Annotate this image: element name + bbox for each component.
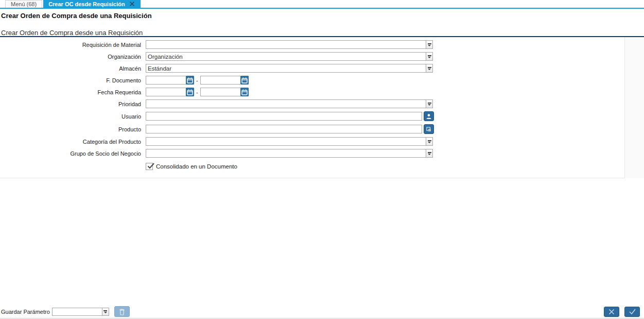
chevron-down-icon <box>428 103 431 106</box>
almacen-combobox <box>146 64 433 73</box>
form-right-strip <box>625 37 644 178</box>
chevron-down-icon <box>428 67 431 70</box>
form-row-requisicion: Requisición de Material <box>0 40 624 49</box>
tab-menu[interactable]: Menú (68) <box>5 0 42 8</box>
date-separator: - <box>196 89 198 95</box>
checkmark-icon <box>147 162 155 170</box>
fdocumento-to-datefield <box>200 76 249 85</box>
fdocumento-from-datefield <box>146 76 194 85</box>
tab-crear-oc-label: Crear OC desde Requisición <box>48 1 125 7</box>
form-row-grupo-socio: Grupo de Socio del Negocio <box>0 149 624 158</box>
fdocumento-from-calendar-button[interactable] <box>186 76 194 85</box>
fdocumento-from-input[interactable] <box>146 76 186 85</box>
field-label-fecharequerida: Fecha Requerida <box>0 89 141 95</box>
form-row-almacen: Almacén <box>0 64 624 73</box>
form-row-prioridad: Prioridad <box>0 99 624 108</box>
form-row-categoria: Categoría del Producto <box>0 137 624 146</box>
organizacion-dropdown-button[interactable] <box>426 52 433 61</box>
form-row-fecharequerida: Fecha Requerida - <box>0 88 624 96</box>
save-parameter-input[interactable] <box>52 308 102 316</box>
calendar-icon <box>241 89 248 95</box>
producto-input[interactable] <box>146 125 422 133</box>
requisicion-input[interactable] <box>146 40 426 49</box>
fecharequerida-to-calendar-button[interactable] <box>240 88 249 96</box>
categoria-dropdown-button[interactable] <box>426 137 433 146</box>
requisicion-dropdown-button[interactable] <box>426 40 433 49</box>
grupo-socio-combobox <box>146 149 433 158</box>
field-label-usuario: Usuario <box>0 113 141 120</box>
close-icon[interactable] <box>129 1 135 7</box>
save-parameter-label: Guardar Parámetro <box>1 309 50 315</box>
product-icon <box>426 126 432 132</box>
fecharequerida-from-input[interactable] <box>146 88 186 96</box>
usuario-input[interactable] <box>146 112 422 121</box>
grupo-socio-dropdown-button[interactable] <box>426 149 433 158</box>
calendar-icon <box>241 77 248 83</box>
cancel-button[interactable] <box>604 307 619 317</box>
check-icon <box>629 308 636 315</box>
field-label-requisicion: Requisición de Material <box>0 42 141 48</box>
organizacion-combobox <box>146 52 433 61</box>
tab-bar: Menú (68) Crear OC desde Requisición <box>0 0 644 9</box>
calendar-icon <box>187 77 193 83</box>
prioridad-combobox <box>146 99 433 108</box>
form-row-producto: Producto <box>0 124 624 134</box>
field-label-organizacion: Organización <box>0 54 141 60</box>
fdocumento-to-calendar-button[interactable] <box>240 76 249 85</box>
chevron-down-icon <box>103 310 107 313</box>
calendar-icon <box>187 89 193 95</box>
fecharequerida-to-datefield <box>200 88 249 96</box>
categoria-input[interactable] <box>146 137 426 146</box>
prioridad-dropdown-button[interactable] <box>426 99 433 108</box>
delete-parameter-button[interactable] <box>114 306 130 317</box>
tab-menu-label: Menú (68) <box>11 1 37 7</box>
chevron-down-icon <box>428 152 431 155</box>
x-icon <box>608 308 615 315</box>
form-row-consolidado: Consolidado en un Documento <box>0 162 624 171</box>
consolidado-checkbox[interactable] <box>146 163 153 170</box>
producto-search-button[interactable] <box>424 124 434 134</box>
save-parameter-combobox <box>52 308 109 316</box>
almacen-input[interactable] <box>146 64 426 73</box>
page-title: Crear Orden de Compra desde una Requisic… <box>0 9 644 20</box>
requisicion-combobox <box>146 40 433 49</box>
form-row-usuario: Usuario <box>0 111 624 121</box>
field-label-fdocumento: F. Documento <box>0 77 141 83</box>
user-icon <box>426 113 432 120</box>
chevron-down-icon <box>428 55 431 58</box>
field-label-grupo-socio: Grupo de Socio del Negocio <box>0 150 141 157</box>
grupo-socio-input[interactable] <box>146 149 426 158</box>
organizacion-input[interactable] <box>146 52 426 61</box>
field-label-almacen: Almacén <box>0 65 141 72</box>
usuario-search-button[interactable] <box>424 111 434 121</box>
trash-icon <box>119 308 125 315</box>
categoria-combobox <box>146 137 433 146</box>
fecharequerida-from-datefield <box>146 88 194 96</box>
field-label-producto: Producto <box>0 126 141 132</box>
consolidado-label: Consolidado en un Documento <box>156 163 237 170</box>
prioridad-input[interactable] <box>146 99 426 108</box>
date-separator: - <box>196 77 198 83</box>
form-row-organizacion: Organización <box>0 52 624 61</box>
chevron-down-icon <box>428 43 431 46</box>
fecharequerida-to-input[interactable] <box>200 88 240 96</box>
parameter-form: Requisición de Material Organización Alm… <box>0 37 625 178</box>
tab-crear-oc[interactable]: Crear OC desde Requisición <box>43 0 141 8</box>
process-title: Crear Orden de Compra desde una Requisic… <box>0 20 644 36</box>
save-parameter-dropdown-button[interactable] <box>102 308 109 316</box>
footer-bar: Guardar Parámetro <box>0 306 644 318</box>
almacen-dropdown-button[interactable] <box>426 64 433 73</box>
chevron-down-icon <box>428 140 431 143</box>
field-label-categoria: Categoría del Producto <box>0 139 141 145</box>
ok-button[interactable] <box>624 307 640 317</box>
fecharequerida-from-calendar-button[interactable] <box>186 88 194 96</box>
field-label-prioridad: Prioridad <box>0 101 141 107</box>
fdocumento-to-input[interactable] <box>200 76 240 85</box>
form-row-fdocumento: F. Documento - <box>0 76 624 85</box>
